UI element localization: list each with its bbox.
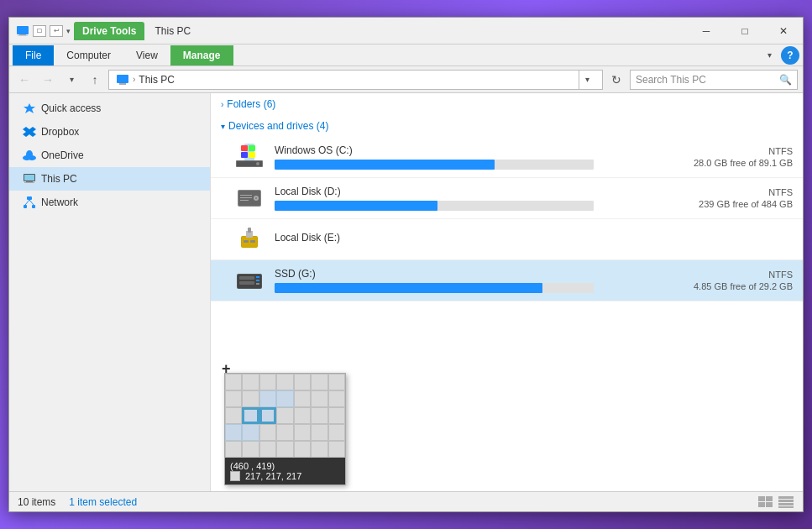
title-bar: □ ↩ ▾ Drive Tools This PC ─ □ ✕ bbox=[9, 18, 803, 45]
status-selected[interactable]: 1 item selected bbox=[69, 496, 137, 508]
svg-rect-3 bbox=[117, 75, 128, 83]
sidebar-label-network: Network bbox=[41, 196, 78, 208]
svg-rect-4 bbox=[119, 83, 126, 85]
folders-label: Folders (6) bbox=[227, 98, 275, 110]
window-title: This PC bbox=[155, 25, 191, 37]
drive-info-d: Local Disk (D:) bbox=[275, 186, 648, 211]
minimize-button[interactable]: ─ bbox=[687, 18, 726, 45]
devices-arrow: ▾ bbox=[221, 122, 225, 131]
svg-rect-51 bbox=[778, 496, 794, 499]
color-picker-popup: (460 , 419) 217, 217, 217 bbox=[224, 373, 346, 485]
quick-access-bar-dropdown[interactable]: ▾ bbox=[66, 27, 71, 35]
sidebar-item-this-pc[interactable]: This PC bbox=[9, 167, 210, 191]
svg-rect-0 bbox=[17, 26, 29, 34]
drive-space-c: 28.0 GB free of 89.1 GB bbox=[658, 158, 793, 168]
svg-rect-54 bbox=[778, 506, 794, 508]
drive-meta-c: NTFS 28.0 GB free of 89.1 GB bbox=[658, 146, 793, 168]
tab-computer[interactable]: Computer bbox=[54, 45, 123, 65]
drive-item-d[interactable]: Local Disk (D:) NTFS 239 GB free of 484 … bbox=[211, 178, 803, 219]
svg-rect-39 bbox=[250, 240, 255, 243]
drive-name-e: Local Disk (E:) bbox=[275, 232, 648, 244]
address-breadcrumb: › This PC bbox=[116, 73, 575, 86]
svg-rect-43 bbox=[239, 281, 254, 285]
color-rgb: 217, 217, 217 bbox=[230, 471, 340, 481]
tab-view[interactable]: View bbox=[123, 45, 170, 65]
devices-label: Devices and drives (4) bbox=[228, 120, 328, 132]
svg-rect-47 bbox=[758, 496, 765, 501]
dropbox-icon bbox=[23, 125, 36, 139]
ribbon-collapse-button[interactable]: ▾ bbox=[761, 47, 778, 64]
svg-rect-53 bbox=[778, 503, 794, 505]
sidebar-item-network[interactable]: Network bbox=[9, 191, 210, 214]
sidebar-item-onedrive[interactable]: OneDrive bbox=[9, 144, 210, 167]
sidebar-label-dropbox: Dropbox bbox=[41, 126, 79, 138]
svg-rect-13 bbox=[24, 182, 34, 183]
file-explorer-window: □ ↩ ▾ Drive Tools This PC ─ □ ✕ File Com… bbox=[8, 17, 804, 512]
progress-bar-container-c bbox=[275, 160, 594, 170]
search-box[interactable]: Search This PC 🔍 bbox=[630, 70, 798, 90]
back-button[interactable]: ← bbox=[14, 70, 34, 90]
svg-rect-52 bbox=[778, 500, 794, 502]
detail-view-icon[interactable] bbox=[778, 495, 794, 509]
drive-item-e[interactable]: Local Disk (E:) bbox=[211, 219, 803, 260]
this-pc-icon bbox=[23, 172, 36, 186]
status-right bbox=[757, 495, 794, 509]
drive-name-c: Windows OS (C:) bbox=[275, 144, 648, 156]
svg-point-9 bbox=[26, 150, 33, 159]
svg-rect-44 bbox=[256, 276, 259, 278]
maximize-button[interactable]: □ bbox=[726, 18, 764, 45]
sidebar-item-quick-access[interactable]: Quick access bbox=[9, 97, 210, 120]
list-view-icon[interactable] bbox=[757, 495, 774, 509]
sidebar-item-dropbox[interactable]: Dropbox bbox=[9, 120, 210, 144]
computer-icon bbox=[116, 73, 129, 86]
drive-item-c[interactable]: Windows OS (C:) NTFS 28.0 GB free of 89.… bbox=[211, 137, 803, 178]
status-bar: 10 items 1 item selected bbox=[9, 491, 803, 511]
address-dropdown-button[interactable]: ▾ bbox=[579, 71, 595, 89]
svg-rect-14 bbox=[27, 196, 32, 200]
search-icon: 🔍 bbox=[779, 74, 792, 86]
svg-rect-31 bbox=[240, 195, 252, 196]
svg-rect-46 bbox=[256, 283, 259, 285]
svg-rect-32 bbox=[240, 197, 252, 198]
svg-point-30 bbox=[255, 197, 257, 199]
drive-tools-tab: Drive Tools bbox=[74, 22, 144, 40]
tab-manage[interactable]: Manage bbox=[170, 45, 233, 65]
window-icon bbox=[16, 24, 29, 38]
drive-fs-c: NTFS bbox=[658, 146, 793, 156]
tab-file[interactable]: File bbox=[13, 45, 54, 65]
sidebar-label-this-pc: This PC bbox=[41, 173, 77, 185]
folders-section-header[interactable]: › Folders (6) bbox=[211, 93, 803, 115]
drive-space-d: 239 GB free of 484 GB bbox=[658, 199, 793, 209]
svg-rect-16 bbox=[32, 205, 35, 208]
address-path: This PC bbox=[139, 74, 175, 86]
quick-access-icon bbox=[23, 102, 36, 115]
network-icon bbox=[23, 196, 36, 209]
svg-rect-33 bbox=[240, 200, 249, 201]
close-button[interactable]: ✕ bbox=[764, 18, 803, 45]
forward-button[interactable]: → bbox=[38, 70, 58, 90]
quick-access-bar-icon1[interactable]: □ bbox=[33, 25, 46, 37]
refresh-button[interactable]: ↻ bbox=[606, 70, 626, 90]
main-content: Quick access Dropbox One bbox=[9, 93, 803, 491]
recent-locations-button[interactable]: ▾ bbox=[61, 70, 81, 90]
drive-item-g[interactable]: SSD (G:) NTFS 4.85 GB free of 29.2 GB bbox=[211, 260, 803, 301]
svg-marker-6 bbox=[23, 127, 36, 137]
help-button[interactable]: ? bbox=[781, 46, 799, 65]
drive-name-g: SSD (G:) bbox=[275, 268, 648, 280]
svg-point-21 bbox=[256, 162, 259, 165]
up-button[interactable]: ↑ bbox=[85, 70, 105, 90]
svg-rect-2 bbox=[18, 35, 28, 36]
drive-icon-d bbox=[234, 183, 265, 213]
sidebar-label-quick-access: Quick access bbox=[41, 102, 101, 114]
color-picker-info: (460 , 419) 217, 217, 217 bbox=[225, 458, 345, 484]
svg-rect-25 bbox=[241, 152, 248, 158]
drive-icon-e bbox=[234, 224, 265, 254]
svg-rect-23 bbox=[241, 145, 248, 151]
folders-arrow: › bbox=[221, 100, 223, 109]
svg-line-17 bbox=[25, 200, 29, 205]
drive-name-d: Local Disk (D:) bbox=[275, 186, 648, 197]
devices-section-header[interactable]: ▾ Devices and drives (4) bbox=[211, 115, 803, 137]
progress-bar-g bbox=[275, 283, 542, 293]
quick-access-bar-icon2[interactable]: ↩ bbox=[50, 25, 63, 37]
address-input[interactable]: › This PC ▾ bbox=[108, 70, 603, 90]
